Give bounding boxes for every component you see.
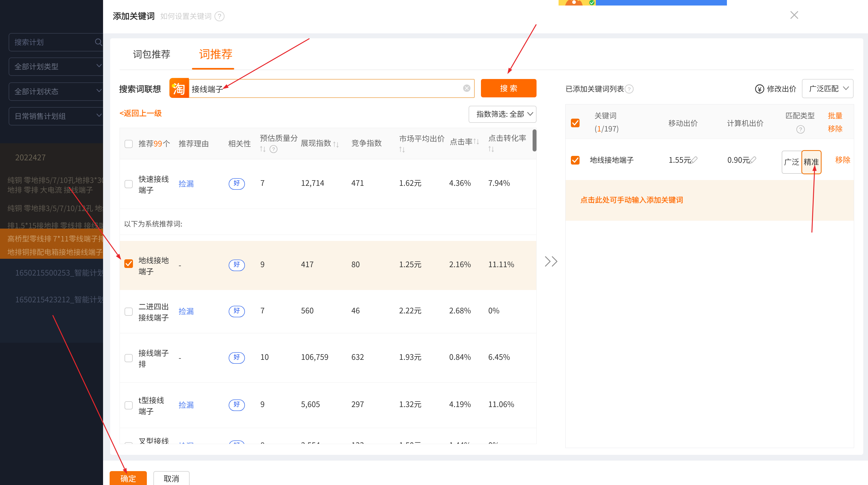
- svg-text:?: ?: [627, 86, 631, 92]
- svg-text:?: ?: [799, 126, 802, 132]
- svg-text:?: ?: [218, 12, 221, 20]
- svg-text:?: ?: [272, 146, 275, 152]
